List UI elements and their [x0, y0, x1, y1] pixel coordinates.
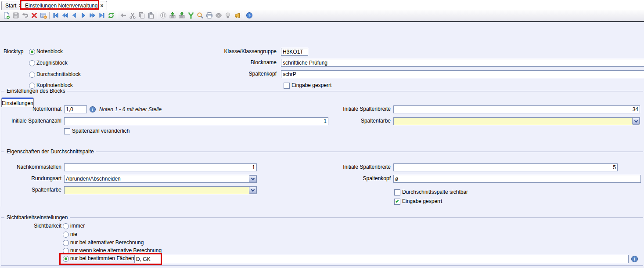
chevron-down-icon[interactable]: [632, 118, 640, 125]
export-icon[interactable]: [177, 11, 186, 20]
first-record-icon[interactable]: [51, 11, 60, 20]
merge-icon[interactable]: [186, 11, 195, 20]
document-tab-bar: Start × Einstellungen Notenverwaltung ×: [0, 0, 644, 10]
megaphone-icon[interactable]: [232, 11, 241, 20]
block-section-title-row: Einstellungen des Blocks: [1, 88, 643, 94]
avg-section-title: Eigenschaften der Durchschnittspalte: [7, 148, 94, 155]
rundungsart-combo[interactable]: Abrunden/Abschneiden: [64, 175, 257, 183]
blocktyp-label: Blocktyp: [4, 48, 23, 55]
radio-nur-wenn-keine-alternative-berechnung[interactable]: [63, 248, 69, 254]
block-section-title: Einstellungen des Blocks: [7, 88, 65, 94]
delete-icon[interactable]: [29, 11, 39, 20]
settings-form: Blocktyp Notenblock Zeugnisblock Durchsc…: [0, 22, 644, 268]
spaltenzahl-veraenderlich-checkbox[interactable]: [64, 128, 70, 134]
tab-einstellungen-label: Einstellungen Notenverwaltung: [25, 3, 97, 9]
info-icon[interactable]: i: [631, 256, 638, 262]
durchschnittsspalte-sichtbar-label[interactable]: Durchschnittsspalte sichtbar: [402, 189, 468, 196]
avg-spaltenfarbe-combo[interactable]: [64, 186, 257, 194]
radio-nie[interactable]: [63, 232, 69, 238]
tab-einstellungen-notenverwaltung[interactable]: Einstellungen Notenverwaltung ×: [21, 1, 107, 10]
initiale-spaltenbreite-label: Initiale Spaltenbreite: [303, 106, 391, 112]
chevron-down-icon[interactable]: [249, 175, 256, 182]
notenverwaltung-window: Start × Einstellungen Notenverwaltung ×: [0, 0, 644, 268]
spaltenfarbe-combo[interactable]: [393, 117, 640, 125]
paste-icon[interactable]: [146, 11, 155, 20]
blockname-input[interactable]: [281, 59, 644, 67]
close-icon[interactable]: ×: [100, 3, 103, 8]
avg-section-title-row: Eigenschaften der Durchschnittspalte: [1, 148, 643, 155]
faecher-input[interactable]: [134, 255, 629, 263]
undo-icon[interactable]: [20, 11, 29, 20]
radio-zeugnisblock-label[interactable]: Zeugnisblock: [36, 60, 68, 66]
prev-record-icon[interactable]: [69, 11, 79, 20]
radio-durchschnittsblock[interactable]: [29, 72, 35, 78]
info-icon[interactable]: i: [90, 106, 96, 112]
avg-initiale-spaltenbreite-input[interactable]: [393, 163, 618, 171]
fast-next-icon[interactable]: [88, 11, 97, 20]
print-icon[interactable]: [205, 11, 214, 20]
avg-spaltenfarbe-label: Spaltenfarbe: [0, 187, 61, 193]
klasse-label: Klasse/Klassengruppe: [189, 48, 277, 55]
radio-durchschnittsblock-label[interactable]: Durchschnittsblock: [36, 71, 81, 78]
durchschnittsspalte-sichtbar-checkbox[interactable]: [394, 189, 400, 196]
spaltenzahl-veraenderlich-label[interactable]: Spaltenzahl veränderlich: [72, 128, 130, 134]
next-record-icon[interactable]: [79, 11, 88, 20]
visibility-section-bottom-border: [1, 265, 643, 266]
refresh-icon[interactable]: [106, 11, 115, 20]
toolbar-separator: [243, 12, 243, 19]
main-toolbar: ?: [0, 10, 644, 21]
initiale-spaltenanzahl-input[interactable]: [64, 117, 328, 125]
notenformat-hint: Noten 1 - 6 mit einer Stelle: [99, 106, 162, 113]
import-icon[interactable]: [168, 11, 177, 20]
radio-zeugnisblock[interactable]: [29, 60, 35, 66]
avg-eingabe-gesperrt-checkbox[interactable]: ✔: [394, 199, 400, 205]
tab-einstellungen-page-label: Einstellungen: [2, 100, 33, 106]
spaltenkopf-label: Spaltenkopf: [189, 71, 277, 77]
help-icon[interactable]: ?: [245, 11, 254, 20]
toolbar-separator: [157, 12, 157, 19]
back-arrow-icon[interactable]: [119, 11, 128, 20]
radio-immer[interactable]: [63, 223, 69, 229]
last-record-icon[interactable]: [97, 11, 106, 20]
toolbar-separator: [49, 12, 50, 19]
spaltenkopf-input[interactable]: [281, 70, 644, 78]
save-icon[interactable]: [11, 11, 20, 20]
tab-start-label: Start: [5, 3, 16, 9]
radio-notenblock-label[interactable]: Notenblock: [36, 48, 63, 55]
nachkommastellen-input[interactable]: [64, 163, 257, 171]
rundungsart-combo-value: Abrunden/Abschneiden: [65, 176, 249, 182]
notenformat-input[interactable]: [64, 105, 87, 113]
chevron-down-icon[interactable]: [249, 187, 256, 194]
disc-icon[interactable]: [214, 11, 223, 20]
klasse-input[interactable]: [281, 48, 308, 56]
radio-nur-wenn-keine-alternative-berechnung-label[interactable]: nur wenn keine alternative Berechnung: [70, 247, 162, 254]
new-record-icon[interactable]: [2, 11, 11, 20]
initiale-spaltenbreite-input[interactable]: [393, 105, 640, 113]
radio-nur-bei-alternativer-berechnung[interactable]: [63, 240, 69, 246]
special-characters-icon[interactable]: [158, 11, 168, 20]
fast-prev-icon[interactable]: [60, 11, 69, 20]
radio-notenblock[interactable]: [29, 49, 35, 55]
radio-nur-bei-bestimmten-faechern[interactable]: [63, 256, 69, 262]
visibility-section-title-row: Sichtbarkeitseinstellungen: [1, 214, 643, 221]
radio-nur-bei-bestimmten-faechern-label[interactable]: nur bei bestimmten Fächern:: [70, 255, 137, 262]
initiale-spaltenanzahl-label: Initiale Spaltenanzahl: [0, 118, 61, 124]
cut-icon[interactable]: [128, 11, 137, 20]
radio-nie-label[interactable]: nie: [70, 231, 77, 238]
checkmark-icon: ✔: [395, 199, 399, 204]
toolbar-separator: [117, 12, 117, 19]
spaltenfarbe-label: Spaltenfarbe: [303, 118, 391, 124]
avg-initiale-spaltenbreite-label: Initiale Spaltenbreite: [303, 164, 391, 170]
edit-form-icon[interactable]: [39, 11, 48, 20]
hint-icon[interactable]: [223, 11, 232, 20]
avg-eingabe-gesperrt-label[interactable]: Eingabe gesperrt: [402, 198, 442, 205]
radio-nur-bei-alternativer-berechnung-label[interactable]: nur bei alternativer Berechnung: [70, 239, 144, 246]
notenformat-label: Notenformat: [0, 106, 61, 112]
sichtbarkeit-label: Sichtbarkeit: [0, 223, 61, 229]
search-icon[interactable]: [195, 11, 205, 20]
avg-spaltenkopf-input[interactable]: [393, 175, 641, 183]
svg-text:?: ?: [248, 13, 251, 18]
copy-icon[interactable]: [137, 11, 146, 20]
radio-immer-label[interactable]: immer: [70, 223, 85, 229]
visibility-section-title: Sichtbarkeitseinstellungen: [7, 214, 68, 221]
